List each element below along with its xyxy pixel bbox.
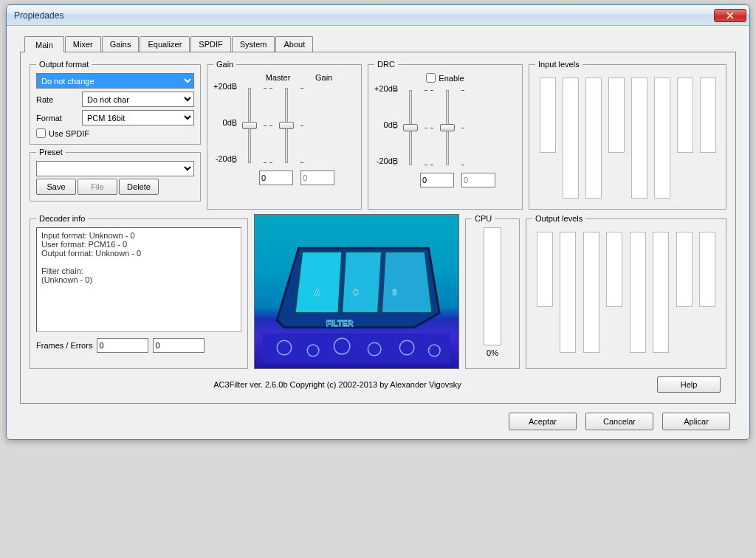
format-select[interactable]: PCM 16bit [82, 110, 194, 125]
preset-delete-button[interactable]: Delete [119, 179, 159, 195]
svg-text:3: 3 [393, 288, 397, 297]
rate-select[interactable]: Do not char [82, 92, 194, 107]
output-level-bar [606, 232, 622, 307]
cpu-group: CPU 0% [465, 214, 520, 369]
input-level-bar [608, 78, 625, 153]
gain-master-slider[interactable] [240, 85, 259, 166]
tab-about[interactable]: About [275, 36, 313, 52]
drc-slider-1[interactable] [401, 87, 420, 168]
drc-group: DRC Enable +20dB 0dB -20dB [368, 60, 523, 210]
preset-legend: Preset [36, 148, 66, 156]
drc-enable-label: Enable [439, 74, 464, 83]
input-level-bar [631, 78, 647, 199]
input-levels-group: Input levels [529, 60, 726, 210]
tab-main[interactable]: Main [24, 36, 64, 52]
dialog-buttons: Aceptar Cancelar Aplicar [20, 404, 736, 433]
close-icon [726, 12, 734, 19]
gain-master-label: Master [266, 73, 291, 82]
input-level-bar [677, 78, 693, 153]
preset-file-button[interactable]: File [78, 179, 117, 195]
tab-panel-main: Output format Do not change Rate Do not … [20, 52, 736, 404]
gain-gain-value [300, 170, 334, 185]
ac3filter-logo: A C 3 FILTER [254, 214, 459, 369]
output-level-bar [676, 232, 693, 307]
svg-text:C: C [353, 288, 359, 297]
output-format-group: Output format Do not change Rate Do not … [30, 60, 201, 145]
rate-label: Rate [36, 95, 79, 104]
drc-legend: DRC [374, 60, 398, 69]
use-spdif-input[interactable] [36, 128, 46, 138]
output-level-bar [630, 232, 646, 353]
tab-mixer[interactable]: Mixer [65, 36, 101, 52]
svg-rect-4 [263, 334, 450, 364]
decoder-info-text[interactable]: Input format: Unknown - 0 User format: P… [36, 227, 241, 332]
tab-gains[interactable]: Gains [102, 36, 140, 52]
output-level-bar [537, 232, 553, 307]
gain-legend: Gain [213, 60, 236, 69]
cpu-value: 0% [487, 348, 498, 357]
output-level-bar [560, 232, 576, 353]
gain-gain-label: Gain [315, 73, 332, 82]
frames-value [97, 338, 148, 353]
input-level-bar [700, 78, 716, 153]
errors-value [153, 338, 205, 353]
preset-group: Preset Save File Delete [30, 148, 201, 202]
content-area: Main Mixer Gains Equalizer SPDIF System … [7, 26, 749, 439]
frames-errors-label: Frames / Errors [36, 341, 92, 350]
output-level-bar [583, 232, 599, 353]
input-level-bar [585, 78, 602, 199]
svg-text:A: A [315, 288, 320, 297]
tab-system[interactable]: System [232, 36, 275, 52]
apply-button[interactable]: Aplicar [662, 413, 730, 430]
tab-strip: Main Mixer Gains Equalizer SPDIF System … [24, 36, 736, 52]
format-label: Format [36, 114, 79, 123]
cpu-meter [484, 227, 501, 345]
preset-save-button[interactable]: Save [36, 179, 76, 195]
use-spdif-checkbox[interactable]: Use SPDIF [36, 128, 194, 138]
tab-spdif[interactable]: SPDIF [190, 36, 230, 52]
logo-panel: A C 3 FILTER [254, 214, 459, 369]
output-levels-group: Output levels [526, 214, 726, 369]
output-level-bar [653, 232, 669, 353]
copyright-text: AC3Filter ver. 2.6.0b Copyright (c) 2002… [35, 380, 639, 389]
ok-button[interactable]: Aceptar [509, 413, 577, 430]
output-format-select[interactable]: Do not change [36, 73, 194, 89]
output-format-legend: Output format [36, 60, 92, 69]
decoder-info-legend: Decoder info [36, 214, 88, 223]
gain-master-value[interactable] [259, 170, 293, 185]
input-levels-legend: Input levels [535, 60, 583, 69]
svg-text:FILTER: FILTER [326, 319, 354, 328]
gain-group: Gain Master Gain +20dB 0dB -20dB [207, 60, 362, 210]
gain-gain-slider[interactable] [277, 85, 296, 166]
tab-equalizer[interactable]: Equalizer [140, 36, 190, 52]
cancel-button[interactable]: Cancelar [585, 413, 653, 430]
input-level-bar [654, 78, 670, 199]
input-level-bar [563, 78, 579, 199]
help-button[interactable]: Help [657, 376, 721, 393]
window-title: Propiedades [14, 10, 63, 21]
drc-value-2 [461, 173, 495, 187]
input-level-bar [540, 78, 556, 153]
titlebar: Propiedades [7, 5, 749, 26]
decoder-info-group: Decoder info Input format: Unknown - 0 U… [30, 214, 248, 369]
drc-slider-2[interactable] [438, 87, 457, 168]
drc-value-1[interactable] [420, 173, 454, 187]
drc-enable-checkbox[interactable] [426, 73, 436, 83]
output-level-bar [699, 232, 715, 307]
cpu-legend: CPU [472, 214, 495, 223]
preset-select[interactable] [36, 161, 194, 176]
close-button[interactable] [714, 9, 746, 22]
properties-window: Propiedades Main Mixer Gains Equalizer S… [6, 4, 750, 440]
output-levels-legend: Output levels [532, 214, 585, 223]
